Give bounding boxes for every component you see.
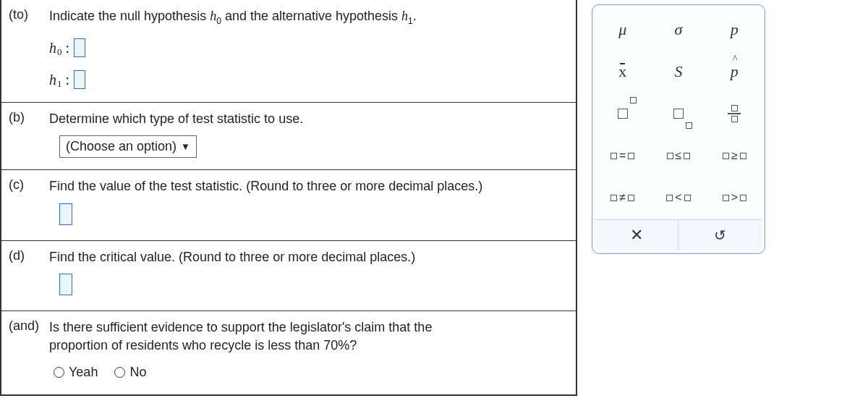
palette-mu[interactable]: μ <box>595 9 650 50</box>
select-placeholder: (Choose an option) <box>66 139 176 154</box>
part-a-prompt-end: . <box>413 9 417 23</box>
h0-inline-var: h <box>210 9 216 23</box>
undo-icon: ↺ <box>714 227 726 244</box>
palette-ne[interactable]: ≠ <box>595 177 650 218</box>
h1-line: h 1 : <box>49 70 569 89</box>
h0-inline-sub: 0 <box>216 16 221 26</box>
palette-subscript[interactable] <box>651 93 705 134</box>
part-e-line2: proportion of residents who recycle is l… <box>49 338 320 352</box>
palette-xbar[interactable]: x <box>595 51 650 92</box>
part-a-prompt-mid: and the alternative hypothesis <box>225 9 398 23</box>
part-a-prompt-pre: Indicate the null hypothesis <box>49 9 206 23</box>
palette-s[interactable]: S <box>651 51 705 92</box>
palette-equals[interactable]: = <box>595 135 650 176</box>
part-b-prompt: Determine which type of test statistic t… <box>49 109 569 128</box>
part-e-label: (and) <box>9 317 49 334</box>
h0-colon: : <box>66 40 70 56</box>
radio-circle-icon <box>54 367 64 378</box>
palette-reset-button[interactable]: ↺ <box>678 220 762 250</box>
h0-input[interactable] <box>74 38 85 57</box>
radio-yes[interactable]: Yeah <box>54 365 98 380</box>
close-icon: ✕ <box>630 226 643 245</box>
palette-phat[interactable]: p <box>707 51 762 92</box>
part-e-row: (and) Is there sufficient evidence to su… <box>1 311 576 394</box>
question-panel: (to) Indicate the null hypothesis h0 and… <box>0 0 577 396</box>
part-a-label: (to) <box>9 6 49 22</box>
h1-inline-var: h <box>401 9 408 23</box>
palette-p[interactable]: p <box>707 9 762 50</box>
part-a-row: (to) Indicate the null hypothesis h0 and… <box>1 0 576 103</box>
part-c-row: (c) Find the value of the test statistic… <box>1 170 576 240</box>
part-c-prompt: Find the value of the test statistic. (R… <box>49 176 569 195</box>
h0-var: h <box>49 40 56 56</box>
part-e-q: ? <box>349 338 357 352</box>
palette-clear-button[interactable]: ✕ <box>595 220 678 250</box>
part-b-label: (b) <box>9 109 49 125</box>
radio-circle-icon <box>114 367 125 378</box>
radio-no[interactable]: No <box>114 365 146 380</box>
radio-yes-label: Yeah <box>69 365 98 380</box>
chevron-down-icon: ▼ <box>181 141 190 152</box>
test-statistic-input[interactable] <box>59 203 72 225</box>
palette-lt[interactable]: < <box>651 177 705 218</box>
palette-sigma[interactable]: σ <box>651 9 705 50</box>
part-a-prompt: Indicate the null hypothesis h0 and the … <box>49 6 569 25</box>
palette-gt[interactable]: > <box>707 177 762 218</box>
palette-le[interactable]: ≤ <box>651 135 705 176</box>
h1-colon: : <box>66 72 70 88</box>
part-d-row: (d) Find the critical value. (Round to t… <box>1 241 576 311</box>
palette-superscript[interactable] <box>595 93 650 134</box>
part-e-pct: 70% <box>323 338 349 352</box>
palette-ge[interactable]: ≥ <box>707 135 762 176</box>
part-d-prompt: Find the critical value. (Round to three… <box>49 247 569 266</box>
part-b-row: (b) Determine which type of test statist… <box>1 103 576 170</box>
h1-sub: 1 <box>57 78 62 90</box>
h1-var: h <box>49 72 56 88</box>
palette-fraction[interactable] <box>707 93 762 134</box>
critical-value-input[interactable] <box>59 274 72 295</box>
part-e-line1: Is there sufficient evidence to support … <box>49 320 432 334</box>
h1-input[interactable] <box>74 70 85 89</box>
test-statistic-select[interactable]: (Choose an option) ▼ <box>59 135 197 158</box>
radio-no-label: No <box>129 365 146 380</box>
h0-line: h 0 : <box>49 38 569 57</box>
symbol-palette: μ σ p x S p = ≤ <box>592 4 765 254</box>
h1-inline-sub: 1 <box>408 16 413 26</box>
part-c-label: (c) <box>9 176 49 193</box>
h0-sub: 0 <box>57 46 62 58</box>
part-e-prompt: Is there sufficient evidence to support … <box>49 317 569 355</box>
part-d-label: (d) <box>9 247 49 263</box>
symbol-palette-panel: μ σ p x S p = ≤ <box>592 4 765 396</box>
